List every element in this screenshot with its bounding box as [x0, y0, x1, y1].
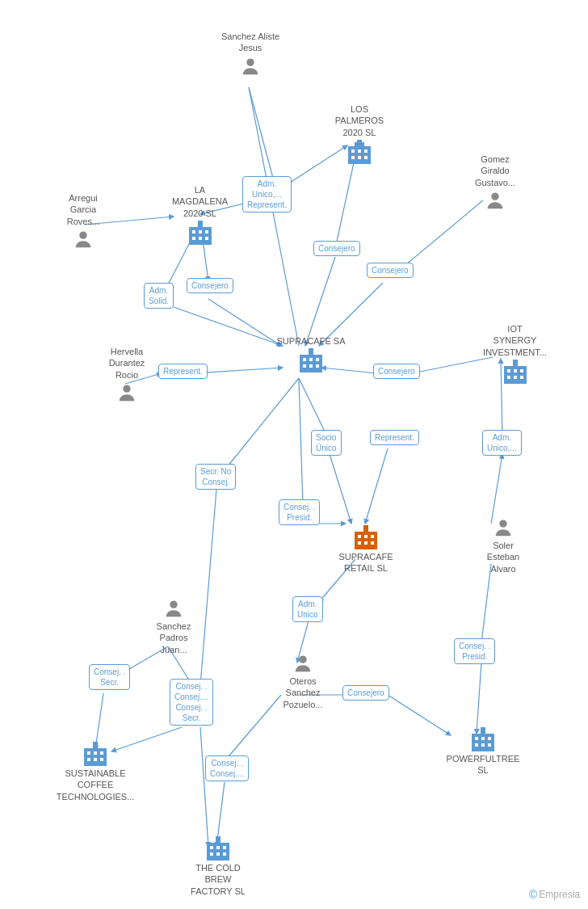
svg-rect-60 — [303, 358, 306, 361]
building-icon-powerfultree — [470, 727, 496, 753]
svg-point-84 — [499, 520, 506, 528]
svg-rect-62 — [316, 358, 319, 361]
svg-point-50 — [79, 231, 86, 238]
svg-rect-87 — [84, 748, 107, 766]
building-icon-supracafe-retail — [353, 525, 379, 551]
svg-rect-71 — [507, 376, 510, 379]
building-icon-los-palmeros — [346, 140, 372, 166]
badge-consej-secr: Consej. .Secr. — [89, 664, 130, 690]
svg-line-17 — [299, 378, 327, 436]
svg-rect-89 — [94, 751, 97, 755]
badge-adm-unico-iot: Adm.Unico,... — [482, 430, 522, 456]
svg-rect-44 — [351, 156, 355, 159]
svg-line-0 — [249, 87, 275, 184]
svg-line-21 — [299, 378, 303, 506]
svg-line-7 — [335, 155, 355, 249]
svg-rect-67 — [504, 366, 527, 384]
badge-consej-presid-top: Consej. .Presid. — [279, 499, 320, 525]
svg-line-26 — [477, 663, 481, 734]
svg-rect-56 — [199, 237, 202, 240]
node-cold-brew: THE COLDBREWFACTORY SL — [182, 836, 254, 898]
building-icon-la-magdalena — [187, 221, 213, 246]
svg-rect-77 — [358, 535, 361, 538]
svg-rect-58 — [198, 221, 203, 227]
svg-rect-43 — [364, 149, 368, 153]
node-hervella-durantez: HervellaDurantezRocio — [90, 346, 163, 405]
person-icon-arregui — [72, 229, 94, 251]
svg-rect-72 — [514, 376, 517, 379]
watermark-text: Empresia — [539, 889, 580, 900]
person-icon-gomez — [484, 190, 506, 213]
badge-adm-solid: Adm.Solid. — [144, 283, 174, 309]
svg-rect-88 — [87, 751, 90, 755]
svg-rect-66 — [309, 348, 313, 355]
svg-rect-83 — [363, 525, 368, 532]
svg-line-19 — [365, 448, 388, 524]
svg-rect-42 — [358, 149, 361, 153]
badge-consejero-iot: Consejero — [373, 364, 420, 379]
building-icon-supracafe-sa — [298, 348, 324, 374]
badge-consej-presid-bot: Consej. .Presid. — [454, 638, 495, 664]
svg-rect-76 — [355, 532, 377, 549]
badge-adm-unico-represent: Adm.Unico,...Represent. — [242, 176, 292, 213]
watermark: © Empresia — [529, 888, 580, 901]
svg-rect-45 — [358, 156, 361, 159]
node-iot-synergy: IOTSYNERGYINVESTMENT... — [477, 323, 553, 385]
svg-line-30 — [388, 695, 451, 735]
svg-point-86 — [299, 656, 306, 663]
node-supracafe-sa: SUPRACAFE SA — [275, 335, 347, 374]
svg-rect-109 — [223, 852, 226, 856]
svg-rect-82 — [371, 541, 374, 545]
svg-line-35 — [200, 727, 208, 847]
svg-point-49 — [491, 192, 498, 200]
svg-rect-99 — [475, 743, 478, 747]
svg-rect-64 — [309, 364, 313, 368]
svg-rect-40 — [348, 146, 371, 164]
svg-rect-106 — [223, 846, 226, 849]
svg-rect-74 — [513, 360, 518, 366]
svg-rect-70 — [520, 369, 523, 372]
svg-rect-104 — [210, 846, 213, 849]
svg-rect-93 — [100, 758, 103, 761]
badge-consejero-right: Consejero — [367, 263, 414, 278]
svg-rect-92 — [94, 758, 97, 761]
person-icon — [239, 56, 262, 78]
svg-rect-80 — [358, 541, 361, 545]
svg-rect-98 — [488, 737, 491, 740]
svg-line-18 — [330, 454, 351, 524]
svg-rect-48 — [355, 142, 364, 146]
svg-rect-61 — [309, 358, 313, 361]
badge-consej-consej-bot: Consej. .Consej.... — [205, 755, 249, 781]
svg-line-3 — [249, 87, 299, 346]
svg-rect-41 — [351, 149, 355, 153]
svg-rect-101 — [488, 743, 491, 747]
person-icon-oteros — [292, 653, 314, 675]
badge-consej-consej-secr: Consej. .Consej....Consej. .Secr. — [170, 679, 213, 726]
node-soler-esteban: SolerEstebanAlvaro — [467, 517, 540, 576]
svg-rect-94 — [93, 742, 98, 748]
badge-consejero-top-right: Consejero — [313, 241, 360, 256]
svg-rect-51 — [189, 227, 212, 245]
svg-rect-59 — [300, 355, 322, 372]
svg-rect-73 — [520, 376, 523, 379]
badge-represent-hervella: Represent. — [158, 364, 208, 379]
svg-rect-110 — [216, 836, 220, 843]
node-powerfultree: POWERFULTREESL — [443, 727, 523, 778]
svg-point-75 — [123, 385, 130, 392]
svg-rect-81 — [364, 541, 368, 545]
node-la-magdalena: LAMAGDALENA2020 SL — [166, 184, 234, 246]
badge-socio-unico: SocioÚnico — [311, 430, 342, 456]
badge-consejero-oteros: Consejero — [342, 685, 389, 701]
node-gomez-giraldo: GomezGiraldoGustavo... — [459, 154, 531, 213]
person-icon-sanchez-padros — [162, 598, 185, 621]
svg-rect-46 — [364, 156, 368, 159]
badge-consejero-la-mag: Consejero — [187, 278, 233, 293]
svg-rect-65 — [316, 364, 319, 368]
svg-line-6 — [305, 257, 335, 346]
svg-rect-105 — [216, 846, 220, 849]
svg-rect-95 — [472, 734, 494, 751]
svg-line-11 — [174, 307, 283, 346]
svg-rect-79 — [371, 535, 374, 538]
svg-rect-63 — [303, 364, 306, 368]
svg-rect-78 — [364, 535, 368, 538]
